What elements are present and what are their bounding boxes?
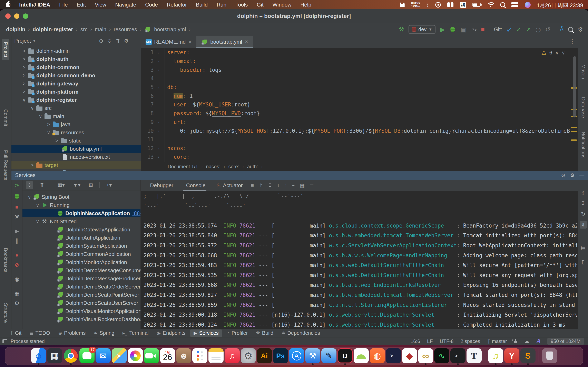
gutter-line[interactable]: 7	[141, 100, 164, 109]
services-toolbar-icon[interactable]	[99, 182, 100, 188]
chevron-icon[interactable]: >	[53, 138, 61, 143]
tree-row[interactable]: ∨ dolphin-register	[11, 96, 141, 104]
chevron-icon[interactable]: ∨	[29, 105, 36, 111]
debugger-toolbar-icon[interactable]: ◉	[15, 276, 19, 282]
wifi-icon[interactable]	[487, 2, 494, 8]
console-toolbar-icon[interactable]: ↧	[268, 183, 272, 188]
service-row[interactable]: DolphinDemoSeataOrderServer	[22, 283, 140, 291]
title-bar[interactable]: dolphin – bootstrap.yml [dolphin-registe…	[0, 9, 588, 23]
menu-item[interactable]: Build	[196, 2, 208, 8]
git-update-button[interactable]: ↙	[507, 26, 512, 33]
service-row[interactable]: DolphinMonitorApplication	[22, 258, 140, 266]
console-toolbar-icon[interactable]: ↓	[277, 183, 280, 188]
tool-window-button[interactable]: ◉ Endpoints	[154, 329, 189, 337]
tree-row[interactable]: Dockerfile	[11, 169, 141, 171]
dock-icon[interactable]: S	[520, 348, 536, 363]
panel-toolbar-icon[interactable]: ⇈	[116, 38, 120, 44]
gutter-line[interactable]: 2 ▿	[141, 57, 164, 66]
dock-icon[interactable]: ◆	[402, 348, 417, 363]
service-row[interactable]: DolphinGatewayApplication	[22, 225, 140, 234]
editor-breadcrumb-item[interactable]: nacos:›	[206, 164, 225, 169]
debugger-toolbar-icon[interactable]	[13, 193, 20, 200]
editor-breadcrumb-item[interactable]: auth:›	[247, 164, 263, 169]
debugger-toolbar-icon[interactable]: ▶	[15, 228, 19, 234]
panel-toolbar-icon[interactable]: ⚙	[124, 38, 129, 44]
service-row[interactable]: DolphinCommonApplication	[22, 250, 140, 258]
dock-icon[interactable]: ♫	[488, 348, 503, 363]
chevron-icon[interactable]: >	[20, 89, 28, 95]
panel-toolbar-icon[interactable]: —	[579, 173, 584, 178]
service-row[interactable]: ∨ Running	[22, 201, 140, 209]
service-row[interactable]: ∨ Not Started	[22, 217, 140, 225]
dock-icon[interactable]	[354, 348, 369, 363]
inspections-widget[interactable]: ⚠ 6 ∧ ∨	[541, 49, 565, 56]
console-side-icon[interactable]: ↧	[580, 200, 587, 207]
panel-toolbar-icon[interactable]: ⇕	[107, 38, 112, 44]
close-tab-icon[interactable]: ✕	[188, 39, 192, 45]
git-push-button[interactable]: ↗	[526, 26, 531, 33]
tree-row[interactable]: ∨ resources	[11, 128, 141, 137]
profiler-button[interactable]: ◔▾	[471, 26, 476, 33]
input-method-icon[interactable]: 拼	[460, 2, 466, 8]
tree-row[interactable]: > dolphin-common-demo	[11, 71, 141, 80]
panel-toolbar-icon[interactable]: ⊕	[99, 38, 103, 44]
dock-icon[interactable]	[485, 350, 485, 362]
now-playing-icon[interactable]	[435, 2, 441, 8]
dock-icon[interactable]: Ai	[257, 348, 272, 363]
tool-stripe-tab[interactable]: Notifications	[580, 132, 586, 158]
chevron-down-icon[interactable]: ▼	[33, 39, 36, 43]
run-button[interactable]: ▶	[440, 26, 445, 33]
console-side-icon[interactable]: ⇓	[580, 221, 587, 229]
tree-row[interactable]: > static	[11, 137, 141, 145]
caret-position[interactable]: 16:6	[411, 338, 420, 344]
console-output[interactable]: ; |.' | , .-./\ \ / `--'---''---' `--`--…	[144, 193, 577, 329]
tool-stripe-tab[interactable]: Database	[580, 97, 586, 118]
git-history-button[interactable]: ◷	[536, 26, 541, 33]
console-toolbar-icon[interactable]: ≡	[251, 183, 254, 188]
debugger-toolbar-icon[interactable]: ∥	[16, 238, 18, 243]
stop-button[interactable]: ■	[481, 26, 485, 33]
tree-row[interactable]: ∨ main	[11, 112, 141, 120]
service-row[interactable]: DolphinDemoMessageProducerS	[22, 275, 140, 283]
console-toolbar-icon[interactable]: ↑	[285, 183, 287, 188]
editor-scrollbar[interactable]	[573, 56, 576, 117]
tool-stripe-tab[interactable]: Bookmarks	[3, 248, 9, 272]
breadcrumb-item[interactable]: src ›	[80, 26, 92, 33]
dock-icon[interactable]: ✎	[321, 348, 337, 363]
console-side-icon[interactable]: ↻	[580, 210, 587, 218]
menu-item[interactable]: Git	[257, 2, 264, 8]
tree-row[interactable]: > dolphin-common	[11, 63, 141, 71]
services-toolbar-icon[interactable]: ⇕	[26, 181, 33, 189]
indent-setting[interactable]: 2 spaces	[461, 338, 480, 344]
services-toolbar-icon[interactable]: ▼▾	[71, 181, 82, 189]
console-side-icon[interactable]: ▯	[580, 258, 586, 266]
services-toolbar-icon[interactable]	[51, 182, 51, 188]
tool-stripe-tab[interactable]: Pull Requests	[3, 150, 9, 180]
dock-icon[interactable]: IJ	[337, 348, 353, 363]
menu-item[interactable]: Edit	[77, 2, 86, 8]
chevron-icon[interactable]: ∨	[45, 130, 52, 135]
tool-window-button[interactable]: ▸_ Terminal	[119, 329, 152, 337]
battery-icon[interactable]	[472, 3, 481, 7]
tree-row[interactable]: > dolphin-auth	[11, 55, 141, 63]
debugger-toolbar-icon[interactable]: ■	[15, 204, 18, 210]
file-encoding[interactable]: UTF-8	[440, 338, 454, 344]
debugger-toolbar-icon[interactable]: ⚒	[15, 214, 19, 219]
tool-stripe-tab[interactable]: Maven	[580, 64, 586, 79]
breadcrumb-item[interactable]: dolphin ›	[6, 26, 30, 33]
dock-icon[interactable]: ∿	[434, 348, 449, 363]
editor-breadcrumb-item[interactable]: core:›	[228, 164, 244, 169]
breadcrumb-item[interactable]: bootstrap.yml ›	[144, 26, 190, 33]
line-separator[interactable]: LF	[427, 338, 433, 344]
service-row[interactable]: DolphinDemoSeataPointServer	[22, 291, 140, 299]
search-everywhere-button[interactable]	[568, 27, 573, 32]
dock-icon[interactable]: >_	[450, 348, 466, 363]
dock-icon[interactable]	[192, 348, 208, 363]
chevron-icon[interactable]: ∨	[34, 202, 41, 208]
tool-window-button[interactable]: ⚒ Build	[253, 329, 277, 337]
dock-icon[interactable]: 1月 26	[160, 348, 175, 363]
translate-icon[interactable]: Ā	[560, 26, 564, 33]
breadcrumb-item[interactable]: main ›	[95, 26, 111, 33]
lock-icon[interactable]	[514, 341, 517, 343]
run-config-selector[interactable]: dev ▼	[408, 25, 435, 34]
